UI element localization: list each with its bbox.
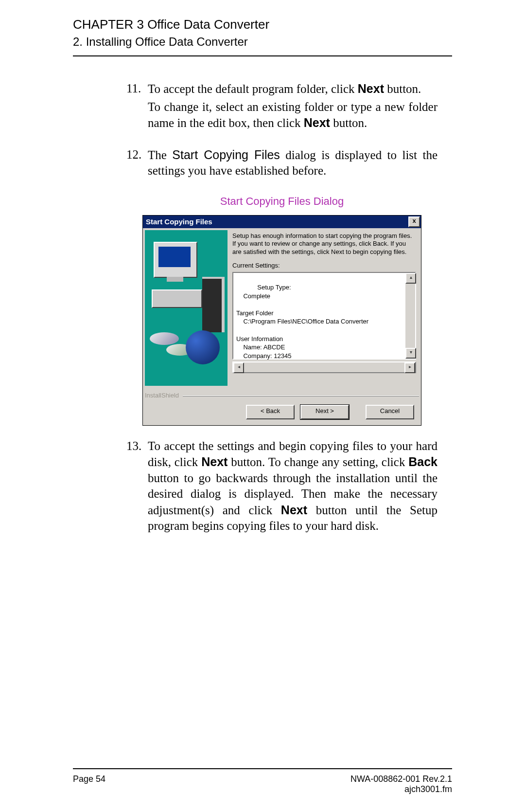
step-13: 13. To accept the settings and begin cop… <box>126 438 438 536</box>
step-body: To accept the default program folder, cl… <box>148 81 438 133</box>
body-content: 11. To accept the default program folder… <box>126 81 438 536</box>
dialog-titlebar: Start Copying Files x <box>143 216 421 228</box>
step-body: To accept the settings and begin copying… <box>148 438 438 536</box>
chapter-title: CHAPTER 3 Office Data Converter <box>73 17 452 32</box>
step-11: 11. To accept the default program folder… <box>126 81 438 133</box>
dialog-button-row: < Back Next > Cancel <box>143 400 421 425</box>
step-body: The Start Copying Files dialog is displa… <box>148 147 438 181</box>
step-number: 13. <box>126 438 148 536</box>
close-icon[interactable]: x <box>408 217 420 227</box>
globe-icon <box>186 330 220 364</box>
dialog-side-graphic <box>145 230 228 386</box>
vertical-scrollbar[interactable]: ▴ ▾ <box>405 273 415 359</box>
current-settings-text: Setup Type: Complete Target Folder C:\Pr… <box>236 284 368 359</box>
section-title: 2. Installing Office Data Converter <box>73 35 452 49</box>
dialog-instruction: Setup has enough information to start co… <box>232 232 416 256</box>
figure-caption: Start Copying Files Dialog <box>126 195 438 209</box>
page-header: CHAPTER 3 Office Data Converter 2. Insta… <box>73 17 452 56</box>
back-button[interactable]: < Back <box>246 405 295 419</box>
footer-page: Page 54 <box>73 774 105 794</box>
horizontal-scrollbar[interactable]: ◂ ▸ <box>232 361 416 373</box>
next-button[interactable]: Next > <box>300 405 349 419</box>
scroll-down-icon[interactable]: ▾ <box>405 348 416 359</box>
footer-rule <box>73 768 452 769</box>
footer-doc-id: NWA-008862-001 Rev.2.1 <box>350 774 452 784</box>
scroll-up-icon[interactable]: ▴ <box>405 273 416 284</box>
page-footer: Page 54 NWA-008862-001 Rev.2.1 ajch3001.… <box>73 761 452 794</box>
step-number: 11. <box>126 81 148 133</box>
step-12: 12. The Start Copying Files dialog is di… <box>126 147 438 181</box>
installshield-brand: InstallShield <box>145 392 179 400</box>
scroll-right-icon[interactable]: ▸ <box>404 362 415 373</box>
cancel-button[interactable]: Cancel <box>366 405 414 419</box>
header-rule <box>73 55 452 56</box>
current-settings-label: Current Settings: <box>232 262 416 270</box>
disc-icon <box>150 332 179 345</box>
dialog-title: Start Copying Files <box>146 217 408 227</box>
monitor-icon <box>154 242 197 278</box>
tower-icon <box>202 277 225 332</box>
footer-filename: ajch3001.fm <box>350 784 452 794</box>
current-settings-box: Setup Type: Complete Target Folder C:\Pr… <box>232 272 416 360</box>
start-copying-files-dialog: Start Copying Files x Setup has enough i… <box>142 215 421 426</box>
keyboard-icon <box>152 289 202 308</box>
step-number: 12. <box>126 147 148 181</box>
